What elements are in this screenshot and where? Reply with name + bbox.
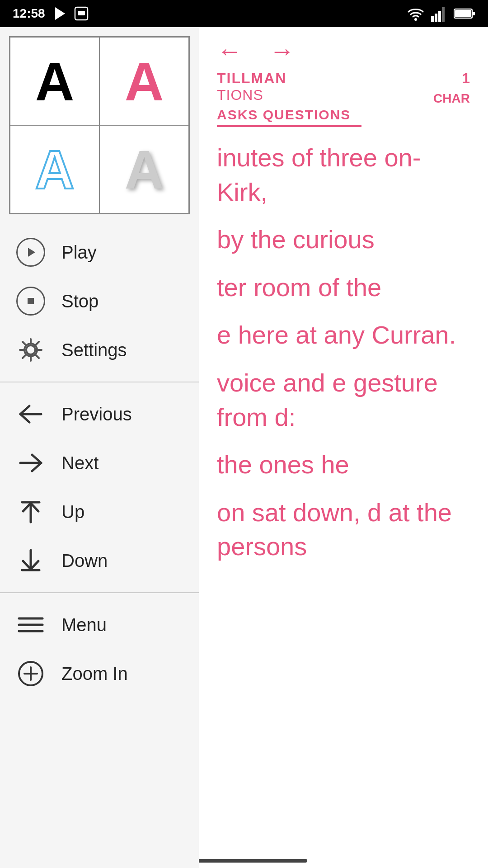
wifi-icon <box>407 6 425 21</box>
svg-rect-6 <box>438 11 441 22</box>
next-label: Next <box>61 453 99 473</box>
font-option-black[interactable]: A <box>10 37 99 125</box>
arrow-right-icon <box>16 448 45 477</box>
svg-rect-9 <box>472 12 475 15</box>
zoom-in-label: Zoom In <box>61 664 128 684</box>
stop-icon <box>16 287 45 316</box>
bottom-menu-section: Menu Zoom In <box>0 596 199 703</box>
divider-1 <box>0 382 199 382</box>
status-bar: 12:58 <box>0 0 488 27</box>
font-option-shadow[interactable]: A <box>99 125 189 213</box>
signal-icon <box>431 5 447 22</box>
font-selector-grid: A A A A <box>9 36 190 214</box>
svg-rect-7 <box>442 7 445 22</box>
svg-rect-4 <box>431 16 434 22</box>
hamburger-icon <box>16 610 45 639</box>
gear-icon <box>16 335 45 364</box>
book-paragraph-1: inutes of three on-Kirk, <box>217 141 470 209</box>
next-chapter-arrow[interactable]: → <box>269 36 295 66</box>
book-tab-label: ASKS QUESTIONS <box>217 107 351 122</box>
arrow-left-icon <box>16 400 45 429</box>
navigation-menu-section: Previous Next Up <box>0 385 199 590</box>
next-menu-item[interactable]: Next <box>0 439 199 487</box>
home-indicator <box>181 859 307 863</box>
status-left: 12:58 <box>13 5 89 22</box>
book-subtitle: TIONS <box>217 87 361 104</box>
font-option-blue-outline[interactable]: A <box>10 125 99 213</box>
book-tab-underline <box>217 125 361 127</box>
menu-label: Menu <box>61 615 107 635</box>
book-content-panel: ← → TILLMAN TIONS ASKS QUESTIONS 1 <box>199 27 488 868</box>
book-paragraph-6: the ones he <box>217 448 470 482</box>
svg-rect-2 <box>78 11 85 15</box>
time-display: 12:58 <box>13 6 45 21</box>
sim-card-icon <box>74 5 89 22</box>
nav-arrows: ← → <box>217 36 295 66</box>
previous-menu-item[interactable]: Previous <box>0 390 199 439</box>
book-paragraph-4: e here at any Curran. <box>217 318 470 352</box>
arrow-up-top-icon <box>16 497 45 526</box>
menu-menu-item[interactable]: Menu <box>0 600 199 649</box>
book-header: ← → <box>199 27 488 66</box>
book-author: TILLMAN <box>217 70 361 87</box>
left-panel: A A A A Play <box>0 27 199 868</box>
book-paragraph-2: by the curious <box>217 222 470 257</box>
book-paragraph-5: voice and e gesture from d: <box>217 366 470 434</box>
stop-menu-item[interactable]: Stop <box>0 277 199 326</box>
prev-chapter-arrow[interactable]: ← <box>217 36 242 66</box>
status-right <box>407 5 475 22</box>
play-menu-item[interactable]: Play <box>0 228 199 277</box>
main-layout: A A A A Play <box>0 27 488 868</box>
plus-circle-icon <box>16 659 45 688</box>
up-label: Up <box>61 502 84 522</box>
play-label: Play <box>61 242 97 263</box>
battery-icon <box>454 7 475 20</box>
svg-point-3 <box>414 18 417 21</box>
play-indicator-icon <box>52 5 68 22</box>
settings-label: Settings <box>61 340 127 360</box>
previous-label: Previous <box>61 404 132 425</box>
svg-marker-0 <box>55 7 65 20</box>
chapter-number: 1 <box>462 70 470 87</box>
up-menu-item[interactable]: Up <box>0 487 199 536</box>
svg-point-13 <box>26 345 35 354</box>
down-menu-item[interactable]: Down <box>0 536 199 585</box>
book-meta: TILLMAN TIONS ASKS QUESTIONS 1 CHAR <box>199 66 488 127</box>
stop-label: Stop <box>61 291 99 311</box>
book-paragraph-3: ter room of the <box>217 270 470 305</box>
playback-menu-section: Play Stop <box>0 223 199 379</box>
svg-rect-12 <box>28 298 34 304</box>
svg-rect-10 <box>455 10 471 17</box>
book-content-text: inutes of three on-Kirk, by the curious … <box>199 127 488 564</box>
book-paragraph-7: on sat down, d at the persons <box>217 495 470 564</box>
svg-marker-11 <box>28 248 35 257</box>
divider-2 <box>0 592 199 593</box>
arrow-down-bottom-icon <box>16 546 45 575</box>
play-icon <box>16 238 45 267</box>
zoom-in-menu-item[interactable]: Zoom In <box>0 649 199 698</box>
down-label: Down <box>61 551 108 571</box>
font-option-pink[interactable]: A <box>99 37 189 125</box>
settings-menu-item[interactable]: Settings <box>0 326 199 374</box>
svg-rect-5 <box>435 14 437 22</box>
char-label: CHAR <box>433 91 470 106</box>
